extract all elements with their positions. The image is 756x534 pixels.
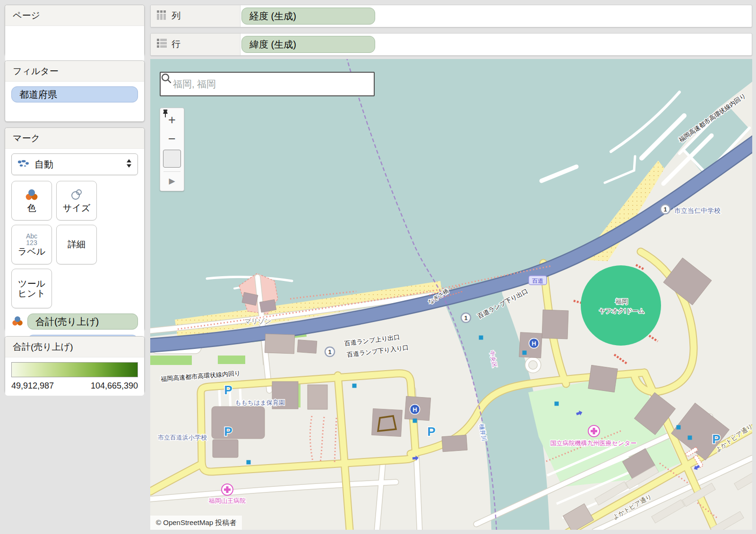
marks-card-title: マーク [5, 128, 144, 149]
expand-controls-button[interactable]: ▶ [163, 173, 181, 189]
marks-card: マーク 自動 [5, 127, 145, 331]
legend-min-value: 49,912,987 [11, 381, 54, 391]
pin-button[interactable] [163, 150, 181, 168]
map-search-box[interactable] [160, 72, 375, 96]
legend-gradient-bar[interactable] [11, 362, 138, 377]
world-map-icon [17, 159, 30, 170]
tableau-worksheet: ページ フィルター 都道府県 マーク 自動 [0, 0, 756, 534]
detail-button[interactable]: 詳細 [56, 225, 97, 264]
signal-icon [413, 419, 417, 423]
map-search-input[interactable] [172, 78, 368, 90]
map-label: 市立当仁中学校 [674, 207, 721, 214]
pages-card-body[interactable] [5, 26, 144, 62]
label-button-label: ラベル [18, 246, 45, 256]
lawn [150, 356, 192, 365]
zoom-out-button[interactable]: − [163, 129, 181, 148]
map-label: 国立病院機構九州医療センター [550, 440, 637, 447]
hospital-cross-icon [222, 484, 233, 495]
filters-card: フィルター 都道府県 [5, 60, 145, 122]
tooltip-button[interactable]: ツールヒント [11, 269, 52, 308]
color-icon [25, 188, 39, 203]
mark-type-value: 自動 [34, 158, 121, 171]
pages-card: ページ [5, 5, 145, 56]
color-button[interactable]: 色 [11, 181, 52, 220]
svg-text:1: 1 [663, 206, 667, 213]
svg-text:H: H [412, 406, 417, 413]
route-badge-icon: 1 [325, 347, 335, 356]
pages-card-title: ページ [5, 5, 144, 26]
signal-icon [688, 436, 692, 440]
mark-type-dropdown[interactable]: 自動 [11, 153, 138, 175]
lawn [218, 356, 245, 364]
columns-shelf-text: 列 [172, 10, 180, 22]
filters-card-title: フィルター [5, 61, 144, 82]
svg-text:1: 1 [328, 348, 331, 356]
divider [163, 171, 180, 172]
size-button-label: サイズ [63, 203, 90, 213]
svg-text:1: 1 [464, 314, 467, 322]
label-icon: Abc 123 [26, 233, 37, 246]
color-encoding-icon [11, 315, 24, 328]
map-zoom-controls: + − ▶ [160, 108, 184, 191]
svg-text:H: H [532, 340, 536, 347]
columns-shelf[interactable]: 列 経度 (生成) [150, 5, 752, 27]
parking-icon: P [224, 383, 232, 397]
map-label: ヤフオク!ドーム [599, 307, 644, 314]
hotel-icon: H [410, 405, 420, 415]
svg-text:百道: 百道 [532, 278, 543, 284]
parking-icon: P [224, 424, 232, 439]
color-legend-card: 合計(売り上げ) 49,912,987 104,665,390 [5, 336, 145, 393]
spinner-icon[interactable] [126, 159, 132, 170]
hospital-cross-icon [588, 425, 600, 437]
map-attribution: © OpenStreetMap 投稿者 [150, 516, 242, 530]
signal-icon [352, 384, 357, 388]
fukuoka-dome [581, 265, 661, 346]
legend-title: 合計(売り上げ) [5, 337, 144, 357]
size-button[interactable]: サイズ [56, 181, 97, 220]
signal-icon [247, 460, 251, 465]
filter-pill-prefecture[interactable]: 都道府県 [11, 86, 138, 102]
rows-icon [157, 39, 167, 51]
columns-shelf-label: 列 [151, 5, 241, 27]
legend-max-value: 104,665,390 [91, 381, 138, 391]
rows-shelf[interactable]: 行 緯度 (生成) [150, 33, 752, 56]
rows-pill-latitude[interactable]: 緯度 (生成) [241, 36, 375, 53]
svg-text:P: P [224, 383, 232, 397]
color-button-label: 色 [27, 203, 36, 213]
map-view[interactable]: 111百道PPPPHH マリゾンなぎさ橋百道ランプ上り出口百道ランプ下り入り口百… [150, 59, 752, 530]
signal-icon [479, 336, 483, 340]
parking-icon: P [427, 424, 435, 439]
hotel-icon: H [529, 339, 539, 348]
columns-pill-longitude[interactable]: 経度 (生成) [241, 8, 375, 25]
encoding-pill-sales[interactable]: 合計(売り上げ) [27, 314, 138, 330]
map-label: 市立百道浜小学校 [158, 434, 207, 441]
rows-shelf-text: 行 [172, 38, 180, 51]
columns-icon [157, 10, 167, 22]
label-button[interactable]: Abc 123 ラベル [11, 225, 52, 264]
route-badge-icon: 1 [461, 313, 471, 322]
svg-text:P: P [224, 424, 232, 439]
size-icon [69, 188, 84, 203]
map-label: ももちはま保育園 [235, 399, 285, 406]
name-badge-icon: 百道 [529, 276, 547, 285]
map-label: 福岡山王病院 [208, 497, 246, 504]
map-label: マリゾン [244, 317, 271, 325]
signal-icon [555, 402, 559, 406]
rows-shelf-label: 行 [151, 34, 241, 55]
route-badge-icon: 1 [661, 204, 670, 214]
map-label: 福岡 [615, 298, 628, 305]
signal-icon [523, 351, 527, 355]
svg-text:P: P [427, 424, 435, 439]
map-svg[interactable]: 111百道PPPPHH マリゾンなぎさ橋百道ランプ上り出口百道ランプ下り入り口百… [150, 59, 752, 530]
signal-icon [677, 425, 681, 430]
